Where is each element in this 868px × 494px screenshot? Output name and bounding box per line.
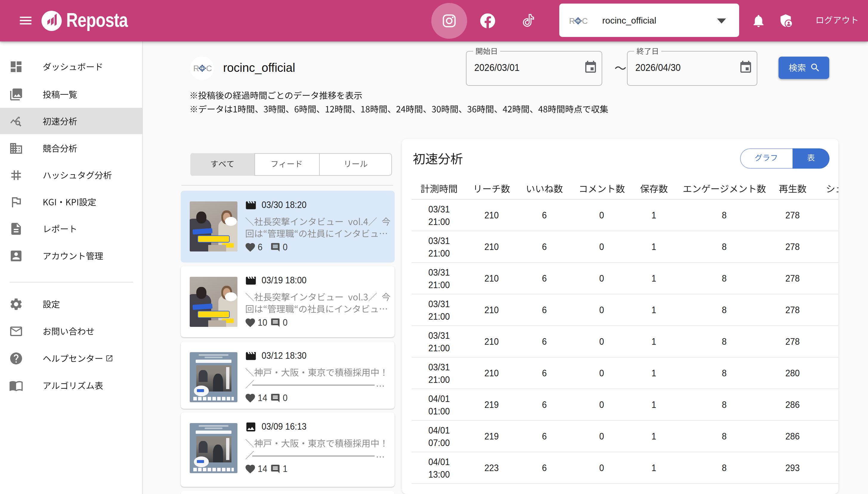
svg-text:R: R (193, 64, 199, 73)
svg-text:R: R (569, 17, 575, 26)
svg-text:C: C (582, 17, 587, 26)
svg-text:C: C (206, 64, 212, 73)
